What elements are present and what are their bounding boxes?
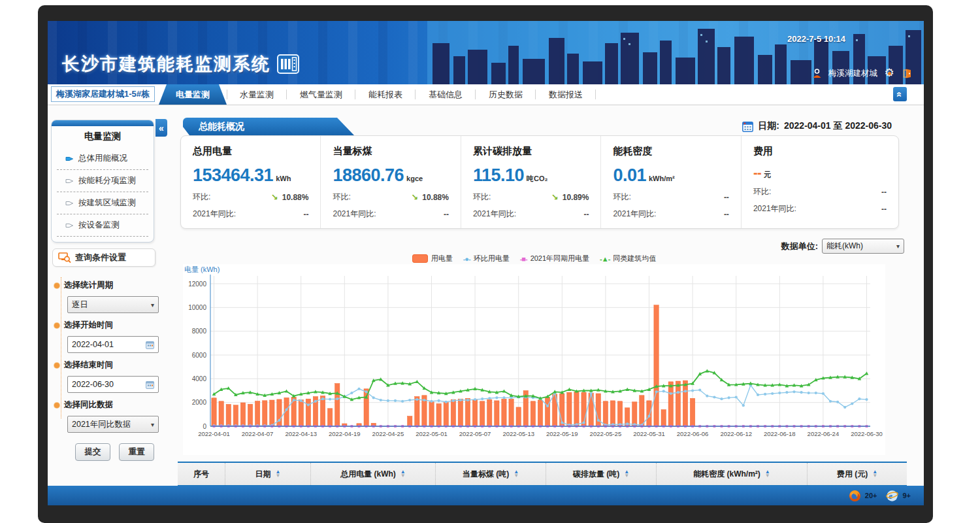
data-table-header: 序号 日期▲▼ 总用电量 (kWh)▲▼ 当量标煤 (吨)▲▼ 碳排放量 (吨)… <box>178 462 907 486</box>
line-triangle-swatch-icon: -▲- <box>600 255 610 263</box>
stats-panel: 总用电量 153464.31kWh 环比:↘10.88% 2021年同比:-- … <box>180 135 899 229</box>
start-date-input[interactable]: 2022-04-01 <box>67 336 159 353</box>
tab-energy-report[interactable]: 能耗报表 <box>355 84 416 105</box>
sidebar-panel-title: 电量监测 <box>52 126 154 148</box>
svg-text:2022-05-31: 2022-05-31 <box>633 430 665 437</box>
collapse-header-button[interactable]: « <box>893 87 907 101</box>
legend-item-mom[interactable]: -●-环比用电量 <box>463 254 510 263</box>
bullet-icon <box>54 323 59 328</box>
col-cost[interactable]: 费用 (元)▲▼ <box>808 463 907 485</box>
sidebar-menu-panel: 电量监测 总体用能概况 按能耗分项监测 按建筑区域监测 按设备监测 <box>51 120 154 243</box>
sidebar-item-by-category[interactable]: 按能耗分项监测 <box>57 170 148 192</box>
arrow-right-icon <box>65 199 74 207</box>
sort-icon[interactable]: ▲▼ <box>765 470 770 478</box>
double-chevron-left-icon: « <box>159 123 164 133</box>
chevron-down-icon: ▾ <box>151 421 154 428</box>
trend-down-icon: ↘ <box>551 192 559 202</box>
sidebar-item-by-zone[interactable]: 按建筑区域监测 <box>57 192 148 214</box>
sort-icon[interactable]: ▲▼ <box>624 470 629 478</box>
period-select[interactable]: 逐日▾ <box>67 296 159 313</box>
data-unit-label: 数据单位: <box>781 241 818 252</box>
ie-icon: e <box>886 490 898 502</box>
stat-unit: 元 <box>764 171 771 178</box>
col-coal-equivalent[interactable]: 当量标煤 (吨)▲▼ <box>436 463 546 485</box>
bullet-icon <box>54 403 59 408</box>
tab-electricity[interactable]: 电量监测 <box>159 84 227 105</box>
yoy-select[interactable]: 2021年同比数据▾ <box>67 416 159 433</box>
calendar-icon[interactable] <box>742 121 753 132</box>
legend-item-consumption[interactable]: 用电量 <box>412 254 453 263</box>
legend-item-2021[interactable]: -■-2021年同期用电量 <box>520 254 589 263</box>
arrow-right-icon <box>65 222 74 229</box>
col-date[interactable]: 日期▲▼ <box>225 463 311 485</box>
logout-icon[interactable] <box>901 68 912 79</box>
svg-text:2022-05-13: 2022-05-13 <box>502 430 534 437</box>
svg-text:2022-04-07: 2022-04-07 <box>242 430 274 437</box>
stat-unit: 吨CO₂ <box>527 175 547 182</box>
collapse-sidebar-button[interactable]: « <box>155 119 167 137</box>
tab-basic-info[interactable]: 基础信息 <box>416 84 476 105</box>
svg-text:2000: 2000 <box>192 399 207 406</box>
svg-text:2022-06-06: 2022-06-06 <box>677 430 709 437</box>
gear-icon[interactable]: ⚙ <box>883 67 895 79</box>
app-title: 长沙市建筑能耗监测系统 <box>62 52 299 76</box>
stat-unit: kWh/m² <box>649 175 675 182</box>
stat-value: 0.01 <box>613 165 646 185</box>
stat-card-cost: 费用 --元 环比:-- 2021年同比:-- <box>742 136 898 228</box>
svg-text:2022-04-19: 2022-04-19 <box>329 430 361 437</box>
calendar-icon <box>146 380 154 389</box>
data-unit-select[interactable]: 能耗(kWh)▾ <box>822 239 904 254</box>
app-header: 长沙市建筑能耗监测系统 2022-7-5 10:14 梅溪湖建材城 ⚙ <box>48 21 924 84</box>
svg-text:8000: 8000 <box>192 328 207 335</box>
stat-unit: kgce <box>406 175 423 182</box>
sidebar-item-overall-usage[interactable]: 总体用能概况 <box>57 148 148 170</box>
sort-icon[interactable]: ▲▼ <box>276 470 281 478</box>
query-form: 选择统计周期 逐日▾ 选择开始时间 2022-04-01 选择结束时间 2022… <box>57 273 155 461</box>
header-clock: 2022-7-5 10:14 <box>787 34 845 44</box>
svg-text:2022-06-18: 2022-06-18 <box>764 430 796 437</box>
sort-icon[interactable]: ▲▼ <box>400 470 406 478</box>
tab-data-submit[interactable]: 数据报送 <box>536 84 596 105</box>
user-icon <box>811 68 823 79</box>
col-carbon-emission[interactable]: 碳排放量 (吨)▲▼ <box>546 463 657 485</box>
submit-button[interactable]: 提交 <box>75 443 110 461</box>
double-chevron-up-icon: « <box>895 92 905 97</box>
tab-history[interactable]: 历史数据 <box>476 84 536 105</box>
svg-text:12000: 12000 <box>188 280 206 288</box>
chart-legend: 用电量 -●-环比用电量 -■-2021年同期用电量 -▲-同类建筑均值 <box>183 254 885 263</box>
svg-text:6000: 6000 <box>192 352 207 359</box>
stat-unit: kWh <box>276 175 291 182</box>
ie-version-badge: 9+ <box>902 492 911 499</box>
date-label: 日期: <box>758 120 779 132</box>
tab-water[interactable]: 水量监测 <box>227 84 287 105</box>
sort-icon[interactable]: ▲▼ <box>872 470 877 478</box>
section-tab-total-energy: 总能耗概况 <box>183 118 354 135</box>
legend-item-peer-avg[interactable]: -▲-同类建筑均值 <box>600 254 656 263</box>
col-energy-density[interactable]: 能耗密度 (kWh/m²)▲▼ <box>657 463 808 485</box>
svg-text:2022-06-24: 2022-06-24 <box>808 430 840 437</box>
svg-text:2022-05-19: 2022-05-19 <box>546 430 578 437</box>
main-tabbar: 梅溪湖家居建材城1-5#栋 电量监测 水量监测 燃气量监测 能耗报表 基础信息 … <box>48 84 924 105</box>
tab-gas[interactable]: 燃气量监测 <box>287 84 355 105</box>
col-index: 序号 <box>178 463 225 485</box>
chevron-down-icon: ▾ <box>151 301 154 309</box>
date-range-row: 日期: 2022-04-01 至 2022-06-30 <box>742 120 892 132</box>
browser-support-bar: 20+ e 9+ <box>48 486 924 505</box>
reset-button[interactable]: 重置 <box>119 443 154 461</box>
sidebar-item-by-device[interactable]: 按设备监测 <box>57 214 148 237</box>
svg-text:2022-04-01: 2022-04-01 <box>198 430 230 437</box>
end-date-input[interactable]: 2022-06-30 <box>67 376 159 393</box>
sort-icon[interactable]: ▲▼ <box>514 470 519 478</box>
stat-value: 115.10 <box>473 165 524 185</box>
col-total-electricity[interactable]: 总用电量 (kWh)▲▼ <box>311 463 436 485</box>
stat-value: 18860.76 <box>333 165 404 185</box>
bar-swatch-icon <box>412 254 428 263</box>
trend-down-icon: ↘ <box>411 192 418 202</box>
app-logo-icon <box>277 54 299 74</box>
date-range-value: 2022-04-01 至 2022-06-30 <box>784 120 892 132</box>
page: 长沙市建筑能耗监测系统 2022-7-5 10:14 梅溪湖建材城 ⚙ <box>0 0 980 523</box>
arrow-right-icon <box>65 155 74 163</box>
username[interactable]: 梅溪湖建材城 <box>828 68 877 79</box>
svg-text:0: 0 <box>203 423 206 430</box>
stat-card-carbon-emission: 累计碳排放量 115.10吨CO₂ 环比:↘10.89% 2021年同比:-- <box>461 136 601 228</box>
